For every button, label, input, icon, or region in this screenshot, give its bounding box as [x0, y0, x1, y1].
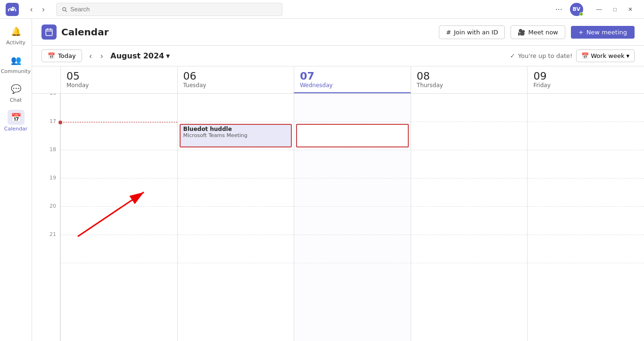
- nav-arrows: ‹ ›: [86, 50, 107, 62]
- maximize-button[interactable]: □: [608, 4, 622, 15]
- nav-forward-button[interactable]: ›: [38, 3, 48, 16]
- calendar-header-icon: [41, 24, 57, 40]
- day-number-wed: 07: [300, 70, 405, 82]
- hour-16-wed: [294, 94, 411, 122]
- day-header-wed: 07 Wednesday: [294, 66, 411, 93]
- hour-21-fri: [528, 235, 644, 263]
- avatar[interactable]: BV: [570, 3, 583, 16]
- new-meeting-button[interactable]: + New meeting: [571, 26, 635, 39]
- sidebar-item-chat[interactable]: 💬 Chat: [3, 78, 29, 106]
- day-header-fri: 09 Friday: [527, 66, 644, 93]
- workweek-button[interactable]: 📅 Work week ▾: [576, 49, 635, 62]
- month-label[interactable]: August 2024 ▾: [110, 51, 170, 60]
- search-icon: [61, 6, 67, 13]
- sidebar-item-activity[interactable]: 🔔 Activity: [3, 21, 29, 49]
- day-col-thu[interactable]: [411, 94, 528, 341]
- day-name-fri: Friday: [533, 82, 638, 89]
- hour-21-thu: [411, 235, 528, 263]
- hour-20-tue: [178, 207, 294, 235]
- window-controls: — □ ✕: [591, 4, 638, 15]
- today-button[interactable]: 📅 Today: [41, 49, 82, 62]
- time-slot-16: 16: [32, 94, 60, 122]
- day-col-mon[interactable]: [60, 94, 177, 341]
- day-col-wed[interactable]: [294, 94, 411, 341]
- hour-17-thu: [411, 122, 528, 150]
- hour-18-mon: [61, 150, 177, 179]
- hour-19-mon: [61, 179, 177, 207]
- svg-rect-0: [46, 29, 52, 36]
- hour-18-tue: [178, 150, 294, 179]
- calendar-nav: 📅 Today ‹ › August 2024 ▾ ✓ You're up to…: [32, 46, 644, 66]
- titlebar-nav: ‹ ›: [26, 3, 49, 16]
- day-header-mon: 05 Monday: [60, 66, 177, 93]
- hash-icon: #: [446, 29, 451, 36]
- activity-icon: 🔔: [11, 26, 21, 36]
- chat-icon: 💬: [11, 84, 21, 94]
- minimize-button[interactable]: —: [591, 4, 608, 15]
- sidebar-item-chat-label: Chat: [10, 97, 22, 103]
- join-with-id-button[interactable]: # Join with an ID: [439, 25, 505, 39]
- check-icon: ✓: [510, 52, 515, 59]
- sidebar-item-calendar[interactable]: 📅 Calendar: [3, 107, 29, 135]
- event-title: Bluedot huddle: [183, 126, 289, 132]
- day-number-fri: 09: [533, 70, 638, 82]
- calendar-grid: 05 Monday 06 Tuesday 07 Wednesday 08 Thu…: [32, 66, 644, 341]
- day-name-thu: Thursday: [417, 82, 522, 89]
- page-title: Calendar: [61, 26, 109, 38]
- day-col-tue[interactable]: Bluedot huddle Microsoft Teams Meeting: [177, 94, 294, 341]
- event-bluedot-huddle[interactable]: Bluedot huddle Microsoft Teams Meeting: [180, 124, 292, 147]
- hour-18-wed: [294, 150, 411, 179]
- time-col-header: [32, 66, 60, 93]
- hour-18-thu: [411, 150, 528, 179]
- video-icon: 🎥: [518, 29, 525, 36]
- community-icon: 👥: [11, 55, 21, 65]
- calendar-icon: 📅: [11, 113, 21, 122]
- prev-month-button[interactable]: ‹: [86, 50, 96, 62]
- plus-icon: +: [578, 29, 584, 36]
- current-time-line: [61, 122, 177, 122]
- day-number-thu: 08: [417, 70, 522, 82]
- hour-16-mon: [61, 94, 177, 122]
- up-to-date-label: ✓ You're up to date!: [510, 52, 572, 59]
- content-area: Calendar # Join with an ID 🎥 Meet now + …: [32, 19, 644, 341]
- next-month-button[interactable]: ›: [97, 50, 107, 62]
- event-empty-placeholder[interactable]: [296, 124, 409, 147]
- hour-20-thu: [411, 207, 528, 235]
- day-header-thu: 08 Thursday: [411, 66, 528, 93]
- hour-19-tue: [178, 179, 294, 207]
- more-options-button[interactable]: ···: [552, 2, 566, 16]
- hour-18-fri: [528, 150, 644, 179]
- close-button[interactable]: ✕: [622, 4, 638, 15]
- calendar-small-icon: 📅: [48, 52, 55, 59]
- nav-back-button[interactable]: ‹: [26, 3, 36, 16]
- hour-16-fri: [528, 94, 644, 122]
- workweek-chevron-icon: ▾: [626, 52, 629, 59]
- sidebar-item-community[interactable]: 👥 Community: [3, 49, 29, 77]
- day-col-fri[interactable]: [527, 94, 644, 341]
- search-input[interactable]: [70, 6, 277, 13]
- titlebar: ‹ › ··· BV — □ ✕: [0, 0, 644, 19]
- hour-16-thu: [411, 94, 528, 122]
- calendar-body: 16 17 18 19 20 21: [32, 94, 644, 341]
- time-slot-21: 21: [32, 235, 60, 263]
- meet-now-button[interactable]: 🎥 Meet now: [511, 25, 565, 39]
- avatar-status: [579, 12, 583, 16]
- sidebar-item-activity-label: Activity: [6, 40, 25, 46]
- hour-21-tue: [178, 235, 294, 263]
- hour-19-wed: [294, 179, 411, 207]
- sidebar: 🔔 Activity 👥 Community 💬 Chat 📅 Calendar: [0, 19, 32, 341]
- time-slot-17: 17: [32, 122, 60, 150]
- hour-17-fri: [528, 122, 644, 150]
- hour-20-wed: [294, 207, 411, 235]
- day-header-tue: 06 Tuesday: [177, 66, 294, 93]
- hour-20-fri: [528, 207, 644, 235]
- day-name-wed: Wednesday: [300, 82, 405, 89]
- hour-16-tue: [178, 94, 294, 122]
- hour-19-thu: [411, 179, 528, 207]
- search-bar[interactable]: [56, 3, 282, 16]
- time-column: 16 17 18 19 20 21: [32, 94, 60, 341]
- main-layout: 🔔 Activity 👥 Community 💬 Chat 📅 Calendar: [0, 19, 644, 341]
- hour-20-mon: [61, 207, 177, 235]
- time-slot-19: 19: [32, 179, 60, 207]
- day-number-tue: 06: [183, 70, 289, 82]
